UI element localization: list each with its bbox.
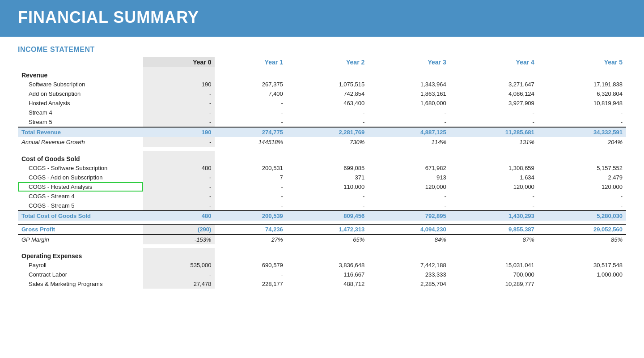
row-cell: - — [143, 270, 215, 279]
row-cell — [450, 67, 538, 80]
row-cell: 10,819,948 — [538, 98, 626, 108]
row-cell: 1,863,161 — [368, 89, 449, 98]
row-cell: 204% — [538, 137, 626, 147]
row-cell: 1,343,964 — [368, 80, 449, 89]
row-cell: (290) — [143, 224, 215, 234]
row-cell — [287, 151, 368, 163]
table-row: Software Subscription190267,3751,075,515… — [18, 80, 626, 89]
row-cell: 190 — [143, 127, 215, 137]
row-cell: - — [143, 137, 215, 147]
row-cell — [287, 248, 368, 260]
row-cell: 1,000,000 — [538, 270, 626, 279]
row-cell: 85% — [538, 234, 626, 244]
row-cell: 2,479 — [538, 173, 626, 182]
table-row: Contract Labor--116,667233,333700,0001,0… — [18, 270, 626, 279]
row-cell: 3,927,909 — [450, 98, 538, 108]
table-row: COGS - Add on Subscription-73719131,6342… — [18, 173, 626, 182]
row-cell: - — [143, 108, 215, 117]
row-label: Total Cost of Goods Sold — [18, 211, 143, 221]
row-cell: 87% — [450, 234, 538, 244]
row-cell: 120,000 — [368, 182, 449, 192]
row-cell: - — [368, 117, 449, 127]
row-cell — [287, 67, 368, 80]
row-cell: 480 — [143, 163, 215, 173]
row-cell — [143, 67, 215, 80]
row-cell — [538, 248, 626, 260]
col-label-header — [18, 57, 143, 67]
col-year1-header: Year 1 — [215, 57, 286, 67]
table-row: Payroll535,000690,5793,836,6487,442,1881… — [18, 260, 626, 270]
row-cell — [215, 248, 286, 260]
row-cell: 120,000 — [538, 182, 626, 192]
row-cell: 116,667 — [287, 270, 368, 279]
spacer-row — [18, 221, 626, 224]
row-cell: 2,281,769 — [287, 127, 368, 137]
row-label: COGS - Stream 4 — [18, 192, 143, 201]
row-cell: 7,442,188 — [368, 260, 449, 270]
row-cell: 1,308,659 — [450, 163, 538, 173]
row-cell — [368, 67, 449, 80]
col-year3-header: Year 3 — [368, 57, 449, 67]
table-row: Operating Expenses — [18, 248, 626, 260]
row-cell: 690,579 — [215, 260, 286, 270]
row-label: Hosted Analysis — [18, 98, 143, 108]
row-cell: - — [368, 201, 449, 211]
row-cell — [538, 279, 626, 289]
row-cell: 84% — [368, 234, 449, 244]
row-cell: 267,375 — [215, 80, 286, 89]
row-cell: 228,177 — [215, 279, 286, 289]
row-cell: - — [143, 89, 215, 98]
row-label: COGS - Hosted Analysis — [18, 182, 143, 192]
header-bar: FINANCIAL SUMMARY — [0, 0, 644, 37]
row-cell — [215, 67, 286, 80]
row-cell: 27% — [215, 234, 286, 244]
table-row: Total Revenue190274,7752,281,7694,887,12… — [18, 127, 626, 137]
table-row: Sales & Marketing Programs27,478228,1774… — [18, 279, 626, 289]
row-cell: 1,634 — [450, 173, 538, 182]
row-cell: - — [287, 108, 368, 117]
row-cell: 699,085 — [287, 163, 368, 173]
row-label: COGS - Add on Subscription — [18, 173, 143, 182]
row-cell: - — [215, 117, 286, 127]
row-cell: - — [450, 201, 538, 211]
row-cell: - — [538, 192, 626, 201]
row-cell: 233,333 — [368, 270, 449, 279]
row-label: Sales & Marketing Programs — [18, 279, 143, 289]
row-cell — [215, 151, 286, 163]
table-row: COGS - Stream 4------ — [18, 192, 626, 201]
row-label: Revenue — [18, 67, 143, 80]
row-label: COGS - Software Subscription — [18, 163, 143, 173]
row-cell: - — [143, 117, 215, 127]
row-label: Total Revenue — [18, 127, 143, 137]
row-cell: 274,775 — [215, 127, 286, 137]
row-cell: - — [143, 182, 215, 192]
row-cell: 2,285,704 — [368, 279, 449, 289]
row-cell: 700,000 — [450, 270, 538, 279]
row-cell — [368, 248, 449, 260]
row-cell: 17,191,838 — [538, 80, 626, 89]
row-cell: - — [368, 192, 449, 201]
row-cell: 5,157,552 — [538, 163, 626, 173]
row-cell: - — [215, 192, 286, 201]
row-cell: 5,280,030 — [538, 211, 626, 221]
row-cell: 1,472,313 — [287, 224, 368, 234]
row-cell: 65% — [287, 234, 368, 244]
row-cell: - — [450, 117, 538, 127]
row-cell: - — [450, 192, 538, 201]
col-year0-header: Year 0 — [143, 57, 215, 67]
row-cell: - — [215, 98, 286, 108]
row-cell — [368, 151, 449, 163]
income-statement-title: INCOME STATEMENT — [18, 46, 626, 54]
row-label: Cost of Goods Sold — [18, 151, 143, 163]
spacer-row — [18, 147, 626, 151]
row-cell: 74,236 — [215, 224, 286, 234]
row-cell: - — [287, 201, 368, 211]
col-year5-header: Year 5 — [538, 57, 626, 67]
row-cell: 7,400 — [215, 89, 286, 98]
row-cell: - — [143, 98, 215, 108]
row-cell: - — [215, 108, 286, 117]
row-label: Operating Expenses — [18, 248, 143, 260]
row-cell: 535,000 — [143, 260, 215, 270]
row-label: Gross Profit — [18, 224, 143, 234]
row-label: Contract Labor — [18, 270, 143, 279]
